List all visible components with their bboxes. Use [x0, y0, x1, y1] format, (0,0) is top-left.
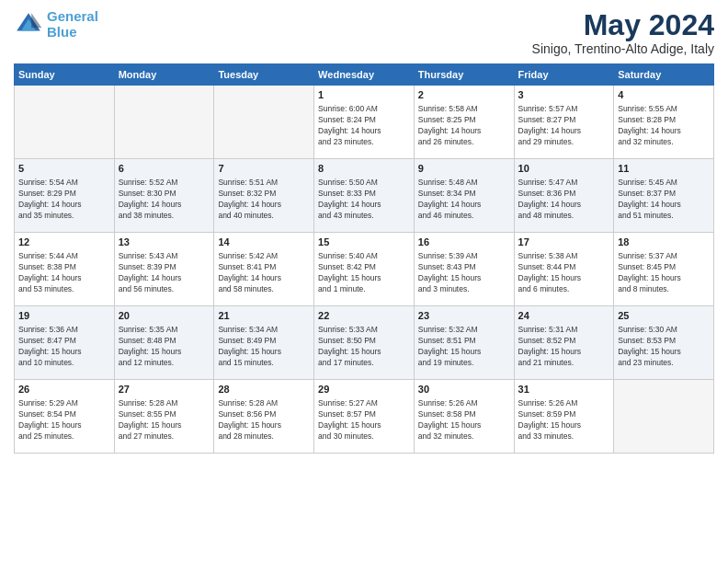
weekday-header-friday: Friday — [514, 64, 614, 86]
day-number: 9 — [418, 162, 510, 176]
calendar-cell: 30Sunrise: 5:26 AM Sunset: 8:58 PM Dayli… — [414, 380, 514, 454]
calendar-cell: 13Sunrise: 5:43 AM Sunset: 8:39 PM Dayli… — [114, 233, 214, 306]
calendar-cell: 21Sunrise: 5:34 AM Sunset: 8:49 PM Dayli… — [214, 306, 314, 380]
day-info: Sunrise: 5:50 AM Sunset: 8:33 PM Dayligh… — [318, 178, 410, 222]
title-area: May 2024 Sinigo, Trentino-Alto Adige, It… — [532, 9, 714, 56]
logo-icon — [14, 10, 43, 40]
calendar-cell: 8Sunrise: 5:50 AM Sunset: 8:33 PM Daylig… — [314, 159, 415, 233]
day-info: Sunrise: 5:47 AM Sunset: 8:36 PM Dayligh… — [518, 178, 610, 222]
day-number: 26 — [18, 383, 110, 396]
calendar-cell — [614, 380, 714, 454]
day-info: Sunrise: 5:34 AM Sunset: 8:49 PM Dayligh… — [218, 325, 310, 369]
day-info: Sunrise: 5:37 AM Sunset: 8:45 PM Dayligh… — [618, 251, 710, 295]
calendar-cell: 5Sunrise: 5:54 AM Sunset: 8:29 PM Daylig… — [15, 159, 115, 233]
day-number: 22 — [318, 309, 410, 323]
day-info: Sunrise: 5:26 AM Sunset: 8:58 PM Dayligh… — [418, 398, 510, 442]
day-number: 12 — [18, 236, 110, 249]
day-info: Sunrise: 5:29 AM Sunset: 8:54 PM Dayligh… — [18, 398, 110, 442]
day-number: 30 — [418, 383, 510, 396]
calendar-cell: 4Sunrise: 5:55 AM Sunset: 8:28 PM Daylig… — [614, 86, 714, 159]
weekday-header-row: SundayMondayTuesdayWednesdayThursdayFrid… — [15, 64, 714, 86]
calendar-cell: 3Sunrise: 5:57 AM Sunset: 8:27 PM Daylig… — [514, 86, 614, 159]
calendar-cell: 1Sunrise: 6:00 AM Sunset: 8:24 PM Daylig… — [314, 86, 415, 159]
day-info: Sunrise: 5:43 AM Sunset: 8:39 PM Dayligh… — [119, 251, 210, 295]
calendar-week-row: 5Sunrise: 5:54 AM Sunset: 8:29 PM Daylig… — [15, 159, 714, 233]
day-number: 23 — [418, 309, 510, 323]
month-title: May 2024 — [532, 9, 714, 41]
calendar-week-row: 12Sunrise: 5:44 AM Sunset: 8:38 PM Dayli… — [15, 233, 714, 306]
calendar-cell: 28Sunrise: 5:28 AM Sunset: 8:56 PM Dayli… — [214, 380, 314, 454]
calendar-cell: 22Sunrise: 5:33 AM Sunset: 8:50 PM Dayli… — [314, 306, 415, 380]
calendar-cell: 19Sunrise: 5:36 AM Sunset: 8:47 PM Dayli… — [15, 306, 115, 380]
calendar-cell: 15Sunrise: 5:40 AM Sunset: 8:42 PM Dayli… — [314, 233, 415, 306]
day-number: 14 — [218, 236, 310, 249]
day-info: Sunrise: 5:28 AM Sunset: 8:55 PM Dayligh… — [119, 398, 210, 442]
day-number: 28 — [218, 383, 310, 396]
day-number: 29 — [318, 383, 410, 396]
day-number: 6 — [119, 162, 210, 176]
day-info: Sunrise: 5:39 AM Sunset: 8:43 PM Dayligh… — [418, 251, 510, 295]
page: General Blue May 2024 Sinigo, Trentino-A… — [0, 0, 728, 563]
calendar-cell: 25Sunrise: 5:30 AM Sunset: 8:53 PM Dayli… — [614, 306, 714, 380]
day-info: Sunrise: 5:35 AM Sunset: 8:48 PM Dayligh… — [119, 325, 210, 369]
calendar-cell: 23Sunrise: 5:32 AM Sunset: 8:51 PM Dayli… — [414, 306, 514, 380]
logo: General Blue — [14, 9, 98, 40]
day-info: Sunrise: 5:51 AM Sunset: 8:32 PM Dayligh… — [218, 178, 310, 222]
day-number: 31 — [518, 383, 610, 396]
day-number: 18 — [618, 236, 710, 249]
calendar-cell: 14Sunrise: 5:42 AM Sunset: 8:41 PM Dayli… — [214, 233, 314, 306]
day-info: Sunrise: 5:30 AM Sunset: 8:53 PM Dayligh… — [618, 325, 710, 369]
day-number: 10 — [518, 162, 610, 176]
day-number: 27 — [119, 383, 210, 396]
day-info: Sunrise: 5:48 AM Sunset: 8:34 PM Dayligh… — [418, 178, 510, 222]
day-number: 3 — [518, 88, 610, 102]
weekday-header-saturday: Saturday — [614, 64, 714, 86]
calendar-cell — [214, 86, 314, 159]
subtitle: Sinigo, Trentino-Alto Adige, Italy — [532, 41, 714, 56]
day-info: Sunrise: 5:28 AM Sunset: 8:56 PM Dayligh… — [218, 398, 310, 442]
day-number: 15 — [318, 236, 410, 249]
day-number: 16 — [418, 236, 510, 249]
day-number: 13 — [119, 236, 210, 249]
calendar-week-row: 1Sunrise: 6:00 AM Sunset: 8:24 PM Daylig… — [15, 86, 714, 159]
day-number: 1 — [318, 88, 410, 102]
svg-marker-2 — [31, 13, 41, 28]
logo-text: General Blue — [47, 9, 98, 40]
calendar-week-row: 26Sunrise: 5:29 AM Sunset: 8:54 PM Dayli… — [15, 380, 714, 454]
day-number: 5 — [18, 162, 110, 176]
day-number: 4 — [618, 88, 710, 102]
calendar-cell: 11Sunrise: 5:45 AM Sunset: 8:37 PM Dayli… — [614, 159, 714, 233]
logo-line1: General — [47, 8, 98, 24]
calendar-cell — [114, 86, 214, 159]
day-number: 19 — [18, 309, 110, 323]
calendar-cell: 26Sunrise: 5:29 AM Sunset: 8:54 PM Dayli… — [15, 380, 115, 454]
calendar-cell: 9Sunrise: 5:48 AM Sunset: 8:34 PM Daylig… — [414, 159, 514, 233]
calendar-cell: 24Sunrise: 5:31 AM Sunset: 8:52 PM Dayli… — [514, 306, 614, 380]
day-info: Sunrise: 5:54 AM Sunset: 8:29 PM Dayligh… — [18, 178, 110, 222]
day-info: Sunrise: 5:55 AM Sunset: 8:28 PM Dayligh… — [618, 104, 710, 148]
calendar-cell — [15, 86, 115, 159]
weekday-header-sunday: Sunday — [15, 64, 115, 86]
day-info: Sunrise: 5:36 AM Sunset: 8:47 PM Dayligh… — [18, 325, 110, 369]
day-info: Sunrise: 5:45 AM Sunset: 8:37 PM Dayligh… — [618, 178, 710, 222]
day-number: 17 — [518, 236, 610, 249]
calendar-cell: 6Sunrise: 5:52 AM Sunset: 8:30 PM Daylig… — [114, 159, 214, 233]
day-number: 2 — [418, 88, 510, 102]
calendar-cell: 29Sunrise: 5:27 AM Sunset: 8:57 PM Dayli… — [314, 380, 415, 454]
day-info: Sunrise: 5:33 AM Sunset: 8:50 PM Dayligh… — [318, 325, 410, 369]
day-info: Sunrise: 5:26 AM Sunset: 8:59 PM Dayligh… — [518, 398, 610, 442]
day-info: Sunrise: 5:58 AM Sunset: 8:25 PM Dayligh… — [418, 104, 510, 148]
day-number: 21 — [218, 309, 310, 323]
weekday-header-monday: Monday — [114, 64, 214, 86]
weekday-header-tuesday: Tuesday — [214, 64, 314, 86]
day-number: 11 — [618, 162, 710, 176]
header: General Blue May 2024 Sinigo, Trentino-A… — [14, 9, 714, 56]
calendar-cell: 17Sunrise: 5:38 AM Sunset: 8:44 PM Dayli… — [514, 233, 614, 306]
weekday-header-wednesday: Wednesday — [314, 64, 415, 86]
day-info: Sunrise: 5:42 AM Sunset: 8:41 PM Dayligh… — [218, 251, 310, 295]
day-info: Sunrise: 5:38 AM Sunset: 8:44 PM Dayligh… — [518, 251, 610, 295]
day-info: Sunrise: 5:52 AM Sunset: 8:30 PM Dayligh… — [119, 178, 210, 222]
calendar-cell: 12Sunrise: 5:44 AM Sunset: 8:38 PM Dayli… — [15, 233, 115, 306]
day-number: 24 — [518, 309, 610, 323]
weekday-header-thursday: Thursday — [414, 64, 514, 86]
